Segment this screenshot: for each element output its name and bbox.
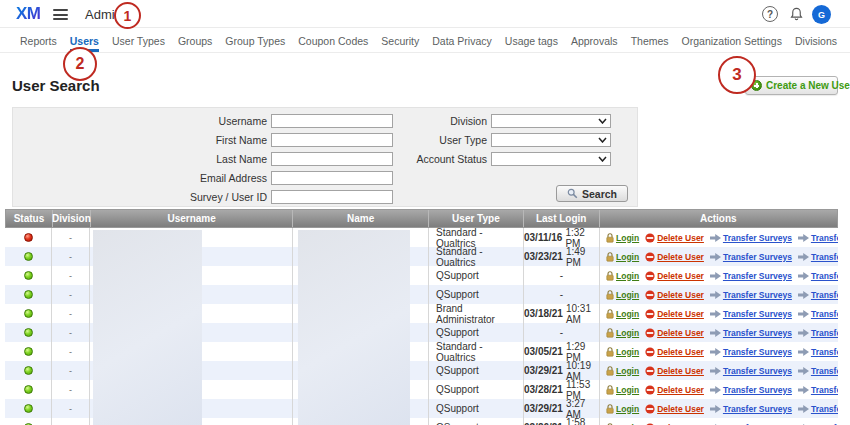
- transfer-surveys-link[interactable]: Transfer Surveys: [710, 385, 792, 395]
- arrow-right-icon: [710, 348, 721, 356]
- survey-user-id-input[interactable]: [271, 190, 393, 204]
- delete-user-link[interactable]: Delete User: [645, 366, 704, 376]
- division-select[interactable]: [491, 114, 611, 128]
- user-avatar[interactable]: G: [812, 5, 831, 24]
- arrow-right-icon: [710, 367, 721, 375]
- transfer-actions-link[interactable]: Transfer actions: [798, 271, 838, 281]
- nav-tab-usage-tags[interactable]: Usage tags: [505, 29, 558, 52]
- transfer-actions-link[interactable]: Transfer actions: [798, 309, 838, 319]
- login-link[interactable]: Login: [606, 328, 639, 338]
- nav-tab-approvals[interactable]: Approvals: [571, 29, 618, 52]
- transfer-actions-link[interactable]: Transfer actions: [798, 366, 838, 376]
- help-icon[interactable]: ?: [762, 6, 778, 22]
- transfer-actions-link[interactable]: Transfer actions: [798, 233, 838, 243]
- nav-tab-user-types[interactable]: User Types: [112, 29, 165, 52]
- user-type-cell: QSupport: [429, 285, 524, 304]
- transfer-surveys-link[interactable]: Transfer Surveys: [710, 404, 792, 414]
- nav-tab-divisions[interactable]: Divisions: [795, 29, 837, 52]
- annotation-step-3: 3: [718, 56, 756, 94]
- last-login-cell: 03/11/161:32 PM: [524, 228, 600, 247]
- arrow-right-icon: [710, 272, 721, 280]
- login-link[interactable]: Login: [606, 366, 639, 376]
- column-header-username: Username: [91, 210, 293, 227]
- account-status-label: Account Status: [397, 153, 487, 165]
- nav-tab-group-types[interactable]: Group Types: [225, 29, 285, 52]
- transfer-actions-link[interactable]: Transfer actions: [798, 385, 838, 395]
- transfer-surveys-link[interactable]: Transfer Surveys: [710, 271, 792, 281]
- transfer-surveys-link[interactable]: Transfer Surveys: [710, 328, 792, 338]
- actions-cell: LoginDelete UserTransfer SurveysTransfer…: [600, 228, 838, 247]
- nav-tab-security[interactable]: Security: [381, 29, 419, 52]
- delete-user-link[interactable]: Delete User: [645, 290, 704, 300]
- nav-tab-themes[interactable]: Themes: [631, 29, 669, 52]
- transfer-surveys-link[interactable]: Transfer Surveys: [710, 366, 792, 376]
- search-button[interactable]: Search: [556, 185, 628, 202]
- transfer-surveys-link[interactable]: Transfer Surveys: [710, 252, 792, 262]
- delete-user-link[interactable]: Delete User: [645, 385, 704, 395]
- transfer-actions-link[interactable]: Transfer actions: [798, 290, 838, 300]
- transfer-actions-link[interactable]: Transfer actions: [798, 347, 838, 357]
- delete-user-link[interactable]: Delete User: [645, 233, 704, 243]
- status-cell: [5, 304, 52, 323]
- login-link[interactable]: Login: [606, 385, 639, 395]
- transfer-actions-link[interactable]: Transfer actions: [798, 404, 838, 414]
- column-header-name: Name: [293, 210, 429, 227]
- status-enabled-icon: [24, 385, 33, 394]
- transfer-surveys-link[interactable]: Transfer Surveys: [710, 309, 792, 319]
- account-status-select[interactable]: [491, 152, 611, 166]
- transfer-actions-link[interactable]: Transfer actions: [798, 252, 838, 262]
- delete-user-link[interactable]: Delete User: [645, 404, 704, 414]
- column-header-user-type: User Type: [429, 210, 524, 227]
- create-new-user-button[interactable]: Create a New User: [745, 76, 838, 95]
- delete-user-link[interactable]: Delete User: [645, 309, 704, 319]
- username-label: Username: [137, 115, 267, 127]
- delete-user-link[interactable]: Delete User: [645, 271, 704, 281]
- nav-tab-reports[interactable]: Reports: [20, 29, 57, 52]
- status-cell: [5, 418, 52, 425]
- login-link[interactable]: Login: [606, 233, 639, 243]
- hamburger-menu-icon[interactable]: [53, 9, 68, 20]
- status-enabled-icon: [24, 271, 33, 280]
- division-label: Division: [397, 115, 487, 127]
- nav-tab-organization-settings[interactable]: Organization Settings: [682, 29, 782, 52]
- actions-cell: LoginDelete UserTransfer SurveysTransfer…: [600, 418, 838, 425]
- arrow-right-icon: [710, 405, 721, 413]
- email-address-input[interactable]: [271, 171, 393, 185]
- nav-tab-groups[interactable]: Groups: [178, 29, 212, 52]
- delete-user-link[interactable]: Delete User: [645, 328, 704, 338]
- transfer-surveys-link[interactable]: Transfer Surveys: [710, 347, 792, 357]
- chevron-down-icon: [598, 137, 607, 143]
- login-link[interactable]: Login: [606, 271, 639, 281]
- lock-icon: [606, 252, 614, 262]
- status-cell: [5, 228, 52, 247]
- first-name-input[interactable]: [271, 133, 393, 147]
- transfer-actions-link[interactable]: Transfer actions: [798, 328, 838, 338]
- user-type-select[interactable]: [491, 133, 611, 147]
- transfer-surveys-link[interactable]: Transfer Surveys: [710, 233, 792, 243]
- nav-tab-data-privacy[interactable]: Data Privacy: [432, 29, 492, 52]
- transfer-surveys-link[interactable]: Transfer Surveys: [710, 290, 792, 300]
- login-link[interactable]: Login: [606, 252, 639, 262]
- lock-icon: [606, 233, 614, 243]
- user-results-table: StatusDivisionUsernameNameUser TypeLast …: [5, 209, 838, 425]
- last-login-cell: 03/26/211:58 AM: [524, 418, 600, 425]
- login-link[interactable]: Login: [606, 347, 639, 357]
- annotation-step-1: 1: [114, 2, 141, 29]
- admin-user-search-screen: XM Admin ? G ReportsUsersUser TypesGroup…: [0, 0, 850, 425]
- delete-user-link[interactable]: Delete User: [645, 347, 704, 357]
- no-entry-icon: [645, 404, 655, 414]
- username-input[interactable]: [271, 114, 393, 128]
- nav-tab-coupon-codes[interactable]: Coupon Codes: [298, 29, 368, 52]
- login-link[interactable]: Login: [606, 309, 639, 319]
- status-cell: [5, 266, 52, 285]
- delete-user-link[interactable]: Delete User: [645, 252, 704, 262]
- notifications-bell-icon[interactable]: [789, 6, 804, 26]
- arrow-right-icon: [798, 386, 809, 394]
- xm-logo[interactable]: XM: [16, 4, 41, 24]
- actions-cell: LoginDelete UserTransfer SurveysTransfer…: [600, 342, 838, 361]
- login-link[interactable]: Login: [606, 404, 639, 414]
- user-type-cell: QSupport: [429, 361, 524, 380]
- division-cell: -: [52, 285, 90, 304]
- login-link[interactable]: Login: [606, 290, 639, 300]
- last-name-input[interactable]: [271, 152, 393, 166]
